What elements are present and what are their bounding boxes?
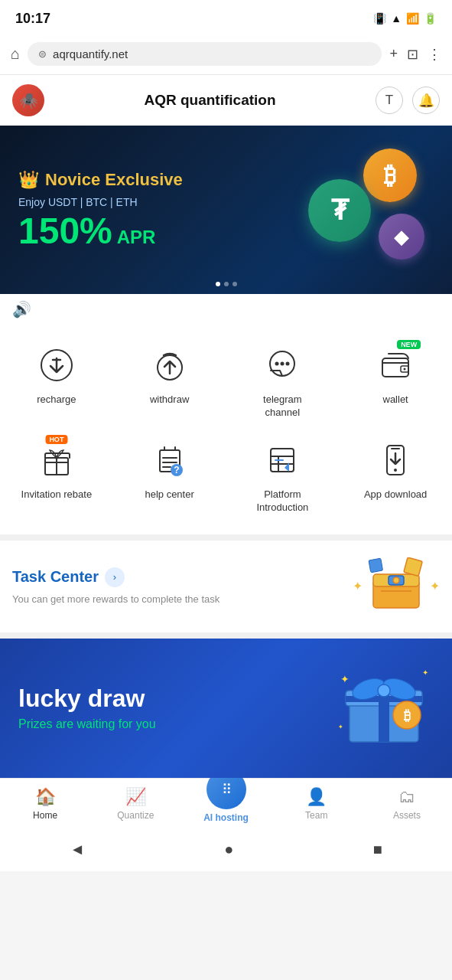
bell-icon: 🔔 (418, 93, 434, 109)
sound-icon[interactable]: 🔊 (12, 300, 31, 318)
banner-dots (216, 282, 237, 286)
home-nav-icon: 🏠 (35, 787, 56, 807)
menu-grid: recharge withdraw telegram channel NEW (0, 325, 452, 534)
nav-team[interactable]: 👤 Team (272, 781, 362, 827)
menu-item-telegram[interactable]: telegram channel (226, 332, 340, 427)
help-label: help center (145, 488, 193, 501)
svg-point-4 (281, 362, 285, 366)
svg-rect-6 (382, 358, 408, 377)
platform-label: Platform Introduction (256, 488, 308, 514)
lucky-gift-svg: ₿ ✦ ✦ ✦ (334, 660, 434, 744)
avatar[interactable]: 🕷️ (12, 84, 44, 116)
browser-url: aqrquantify.net (53, 47, 128, 60)
chat-icon: T (385, 93, 393, 108)
banner-apr-label: APR (117, 227, 156, 248)
nav-quantize[interactable]: 📈 Quantize (90, 781, 180, 827)
platform-icon-wrap (260, 438, 304, 482)
svg-text:✦: ✦ (422, 668, 428, 677)
browser-home-icon[interactable]: ⌂ (11, 45, 20, 63)
sparkle-icon-right: ✦ (430, 579, 440, 593)
banner-dot-2 (224, 282, 229, 286)
android-nav: ◄ ● ■ (0, 830, 452, 871)
android-back-button[interactable]: ◄ (70, 841, 85, 858)
withdraw-icon-wrap (148, 343, 192, 387)
svg-text:✦: ✦ (338, 724, 343, 730)
task-center-title-row: Task Center › (12, 567, 219, 587)
invitation-hot-badge: HOT (45, 435, 67, 444)
menu-item-help[interactable]: ? help center (113, 427, 226, 522)
banner-dot-3 (233, 282, 237, 286)
task-center-visual: ✦ ✦ (353, 554, 440, 619)
crown-icon: 👑 (18, 170, 39, 190)
wallet-icon-wrap: NEW (373, 343, 418, 387)
sound-bar: 🔊 (0, 294, 452, 325)
recharge-icon (39, 348, 74, 383)
home-nav-label: Home (33, 810, 57, 821)
svg-point-18 (393, 577, 399, 583)
status-icons: 📳 ▲ 📶 🔋 (373, 12, 437, 24)
browser-tracking-icon: ⊜ (38, 48, 47, 60)
menu-item-platform[interactable]: Platform Introduction (226, 427, 340, 522)
browser-bar: ⌂ ⊜ aqrquantify.net + ⊡ ⋮ (0, 34, 452, 75)
wallet-new-badge: NEW (397, 340, 421, 349)
svg-rect-20 (369, 558, 383, 573)
wallet-icon (378, 348, 413, 383)
header-icons: T 🔔 (376, 87, 440, 114)
help-icon-wrap: ? (148, 438, 192, 482)
ethereum-coin: ◆ (379, 214, 424, 260)
bottom-nav: 🏠 Home 📈 Quantize ⠿ AI hosting 👤 Team 🗂 … (0, 778, 452, 830)
task-center-label: Task Center (12, 568, 99, 586)
banner-dot-1 (216, 282, 220, 286)
notification-button[interactable]: 🔔 (412, 87, 440, 114)
menu-item-recharge[interactable]: recharge (0, 332, 113, 427)
status-time: 10:17 (15, 11, 50, 27)
status-bar: 10:17 📳 ▲ 📶 🔋 (0, 0, 452, 34)
chest-svg (366, 557, 427, 611)
arrow-icon: › (113, 571, 116, 583)
task-center-arrow-button[interactable]: › (105, 567, 125, 587)
telegram-label: telegram channel (263, 394, 302, 420)
invitation-icon-wrap: HOT (34, 438, 79, 482)
nav-assets[interactable]: 🗂 Assets (362, 781, 452, 827)
appdownload-label: App download (364, 488, 427, 501)
quantize-nav-icon: 📈 (125, 787, 146, 807)
browser-menu-button[interactable]: ⋮ (428, 46, 441, 63)
browser-tabs-button[interactable]: ⊡ (407, 46, 418, 63)
lucky-draw-content: lucky draw Prizes are waiting for you (18, 684, 156, 731)
lucky-draw-title: lucky draw (18, 684, 156, 713)
browser-new-tab-button[interactable]: + (389, 46, 398, 62)
browser-address-bar[interactable]: ⊜ aqrquantify.net (28, 42, 382, 66)
chat-button[interactable]: T (376, 87, 403, 114)
menu-item-appdownload[interactable]: App download (339, 427, 452, 522)
svg-text:₿: ₿ (404, 708, 411, 724)
recharge-icon-wrap (34, 343, 79, 387)
svg-point-8 (404, 368, 406, 371)
tether-coin: ₮ (308, 179, 371, 242)
withdraw-icon (152, 348, 187, 383)
sparkle-icon-left: ✦ (353, 579, 363, 593)
invitation-label: Invitation rebate (21, 488, 93, 501)
app-title: AQR quantification (144, 92, 275, 109)
aihosting-nav-label: AI hosting (203, 812, 249, 823)
banner-enjoy-text: Enjoy USDT | BTC | ETH (18, 196, 183, 208)
bitcoin-coin: ₿ (363, 149, 417, 202)
banner-apr-value: 150% (18, 213, 112, 250)
menu-item-invitation[interactable]: HOT Invitation rebate (0, 427, 113, 522)
android-home-button[interactable]: ● (224, 841, 233, 858)
appdownload-icon-wrap (373, 438, 418, 482)
section-divider-1 (0, 534, 452, 541)
menu-item-wallet[interactable]: NEW wallet (339, 332, 452, 427)
nav-aihosting[interactable]: ⠿ AI hosting (180, 785, 271, 823)
withdraw-label: withdraw (150, 394, 189, 407)
quantize-nav-label: Quantize (117, 810, 154, 821)
team-nav-label: Team (305, 810, 327, 821)
lucky-draw-banner[interactable]: lucky draw Prizes are waiting for you ₿ … (0, 639, 452, 778)
platform-icon (265, 443, 300, 478)
android-recents-button[interactable]: ■ (373, 841, 382, 858)
banner-coins: ₿ ₮ ◆ (287, 141, 440, 279)
nav-home[interactable]: 🏠 Home (0, 781, 90, 827)
browser-actions: + ⊡ ⋮ (389, 46, 441, 63)
menu-item-withdraw[interactable]: withdraw (113, 332, 226, 427)
task-center-description: You can get more rewards to complete the… (12, 593, 219, 605)
assets-nav-icon: 🗂 (398, 787, 415, 807)
